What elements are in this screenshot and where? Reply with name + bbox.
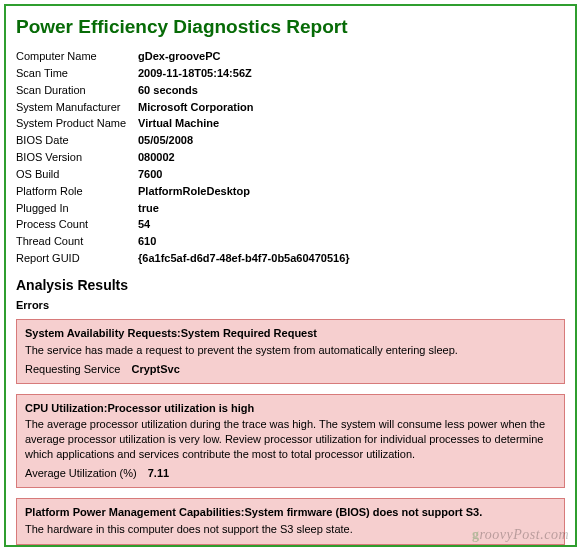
info-row: System ManufacturerMicrosoft Corporation xyxy=(16,99,354,116)
error-title: System Availability Requests:System Requ… xyxy=(25,326,556,341)
error-box: System Availability Requests:System Requ… xyxy=(16,319,565,384)
system-info-body: Computer NamegDex-groovePCScan Time2009-… xyxy=(16,48,354,267)
error-box: CPU Utilization:Processor utilization is… xyxy=(16,394,565,488)
info-label: BIOS Version xyxy=(16,149,138,166)
info-row: Thread Count610 xyxy=(16,233,354,250)
analysis-results-heading: Analysis Results xyxy=(16,277,565,293)
info-row: Scan Duration60 seconds xyxy=(16,82,354,99)
watermark: groovyPost.com xyxy=(472,527,569,543)
info-value: 7600 xyxy=(138,166,354,183)
info-label: Scan Time xyxy=(16,65,138,82)
info-label: Thread Count xyxy=(16,233,138,250)
info-value: PlatformRoleDesktop xyxy=(138,183,354,200)
error-param: Requesting Service CryptSvc xyxy=(25,362,556,377)
info-label: Platform Role xyxy=(16,183,138,200)
error-title: CPU Utilization:Processor utilization is… xyxy=(25,401,556,416)
system-info-table: Computer NamegDex-groovePCScan Time2009-… xyxy=(16,48,354,267)
info-label: OS Build xyxy=(16,166,138,183)
info-value: Microsoft Corporation xyxy=(138,99,354,116)
report-frame: Power Efficiency Diagnostics Report Comp… xyxy=(4,4,577,547)
info-row: Report GUID{6a1fc5af-d6d7-48ef-b4f7-0b5a… xyxy=(16,250,354,267)
info-value: 080002 xyxy=(138,149,354,166)
error-param: Average Utilization (%) 7.11 xyxy=(25,466,556,481)
info-value: true xyxy=(138,200,354,217)
info-row: Scan Time2009-11-18T05:14:56Z xyxy=(16,65,354,82)
info-row: BIOS Date05/05/2008 xyxy=(16,132,354,149)
error-param-label: Requesting Service xyxy=(25,362,128,377)
info-value: {6a1fc5af-d6d7-48ef-b4f7-0b5a60470516} xyxy=(138,250,354,267)
info-value: 610 xyxy=(138,233,354,250)
info-row: Plugged Intrue xyxy=(16,200,354,217)
info-label: System Product Name xyxy=(16,115,138,132)
error-param-value: CryptSvc xyxy=(131,363,179,375)
report-title: Power Efficiency Diagnostics Report xyxy=(16,16,565,38)
info-value: 05/05/2008 xyxy=(138,132,354,149)
error-description: The average processor utilization during… xyxy=(25,417,556,462)
info-label: System Manufacturer xyxy=(16,99,138,116)
info-row: Platform RolePlatformRoleDesktop xyxy=(16,183,354,200)
info-row: BIOS Version080002 xyxy=(16,149,354,166)
info-label: Process Count xyxy=(16,216,138,233)
errors-container: System Availability Requests:System Requ… xyxy=(16,319,565,545)
error-param-value: 7.11 xyxy=(148,467,169,479)
info-value: gDex-groovePC xyxy=(138,48,354,65)
info-label: Report GUID xyxy=(16,250,138,267)
error-title: Platform Power Management Capabilities:S… xyxy=(25,505,556,520)
info-row: System Product NameVirtual Machine xyxy=(16,115,354,132)
info-value: 60 seconds xyxy=(138,82,354,99)
info-value: 2009-11-18T05:14:56Z xyxy=(138,65,354,82)
info-label: BIOS Date xyxy=(16,132,138,149)
info-row: Computer NamegDex-groovePC xyxy=(16,48,354,65)
errors-heading: Errors xyxy=(16,299,565,311)
info-label: Plugged In xyxy=(16,200,138,217)
info-value: 54 xyxy=(138,216,354,233)
watermark-text: roovyPost.com xyxy=(479,527,569,542)
error-description: The service has made a request to preven… xyxy=(25,343,556,358)
info-value: Virtual Machine xyxy=(138,115,354,132)
info-row: OS Build7600 xyxy=(16,166,354,183)
info-row: Process Count54 xyxy=(16,216,354,233)
error-param-label: Average Utilization (%) xyxy=(25,466,145,481)
info-label: Computer Name xyxy=(16,48,138,65)
info-label: Scan Duration xyxy=(16,82,138,99)
